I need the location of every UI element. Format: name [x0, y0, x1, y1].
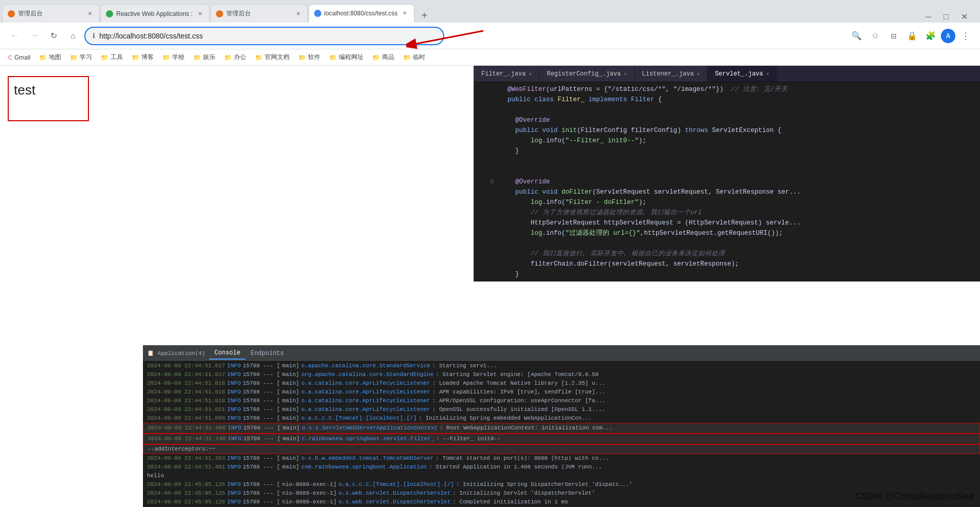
- log-pid-15: 15708 --- [: [243, 498, 280, 506]
- reload-button[interactable]: ↻: [45, 28, 62, 44]
- log-pid-3: 15708 --- [: [243, 379, 280, 388]
- bookmark-tools[interactable]: 📁 工具: [97, 52, 127, 63]
- home-button[interactable]: ⌂: [65, 28, 81, 44]
- code-line-18: filterChain.doFilter(servletRequest, ser…: [474, 259, 980, 269]
- code-1: @WebFilter(urlPatterns = {"/static/css/*…: [500, 84, 788, 95]
- log-class-13: o.a.c.c.C.[Tomcat].[localhost].[/]: [338, 480, 453, 489]
- editor-tab-registerconfig[interactable]: RegisterConfig_.java ✕: [539, 66, 634, 82]
- search-icon-btn[interactable]: 🔍: [848, 28, 865, 44]
- new-tab-button[interactable]: +: [417, 8, 431, 23]
- forward-button[interactable]: →: [26, 28, 42, 44]
- tab-title-2: Reactive Web Applications :: [116, 10, 193, 17]
- bookmark-coding-label: 编程网址: [339, 53, 364, 62]
- log-class-1: o.apache.catalina.core.StandardService: [301, 362, 430, 370]
- tab-close-1[interactable]: ✕: [86, 10, 94, 18]
- log-time-2: 2024-09-09 22:44:51.017: [147, 370, 225, 379]
- log-level-2: INFO: [227, 370, 241, 379]
- editor-tab-servlet[interactable]: Servlet_.java ✕: [707, 66, 777, 82]
- endpoints-tab[interactable]: Endpoints: [245, 348, 289, 359]
- log-pid-5: 15708 --- [: [243, 397, 280, 405]
- bookmark-gmail-label: Gmail: [14, 54, 30, 61]
- editor-tab-servlet-close[interactable]: ✕: [766, 71, 769, 77]
- log-thread-6: main]: [282, 405, 299, 414]
- bookmark-school-label: 学校: [172, 53, 185, 62]
- code-line-9: [474, 166, 980, 177]
- coding-icon: 📁: [329, 54, 337, 61]
- log-thread-9: main]: [283, 435, 300, 443]
- bookmark-entertainment[interactable]: 📁 娱乐: [189, 52, 220, 63]
- editor-tab-listener-close[interactable]: ✕: [697, 71, 700, 77]
- editor-tab-filter-close[interactable]: ✕: [529, 71, 532, 77]
- tab-4[interactable]: localhost:8080/css/test.css ✕: [308, 4, 415, 23]
- log-time-1: 2024-09-09 22:44:51.017: [147, 362, 225, 370]
- log-thread-13: nio-8080-exec-1]: [282, 480, 337, 489]
- code-line-4: @Override: [474, 115, 980, 125]
- editor-tab-bar: Filter_.java ✕ RegisterConfig_.java ✕ Li…: [474, 66, 980, 82]
- log-time-14: 2024-09-09 22:45:05.126: [147, 489, 225, 498]
- tab-close-3[interactable]: ✕: [294, 10, 302, 18]
- tab-close-2[interactable]: ✕: [196, 10, 204, 18]
- log-extra-interceptors: --addInterceptors:~~: [143, 444, 980, 454]
- log-level-8: INFO: [228, 424, 241, 433]
- close-button[interactable]: ✕: [957, 11, 972, 23]
- bookmark-blog[interactable]: 📁 博客: [128, 52, 158, 63]
- bookmark-goods[interactable]: 📁 商品: [368, 52, 398, 63]
- minimize-button[interactable]: ─: [921, 11, 935, 23]
- log-time-5: 2024-09-09 22:44:51.018: [147, 397, 225, 405]
- address-bar: ← → ↻ ⌂ ℹ http://localhost:8080/css/test…: [0, 23, 980, 49]
- tab-close-4[interactable]: ✕: [401, 9, 409, 17]
- log-msg-14: : Initializing Servlet 'dispatcherServle…: [452, 489, 595, 498]
- study-icon: 📁: [70, 54, 78, 61]
- log-level-1: INFO: [227, 362, 241, 370]
- bookmark-star-btn[interactable]: ☆: [867, 28, 883, 44]
- log-line-5: 2024-09-09 22:44:51.018 INFO 15708 --- […: [143, 397, 980, 405]
- bookmark-docs[interactable]: 📁 官网文档: [251, 52, 294, 63]
- bookmark-coding[interactable]: 📁 编程网址: [325, 52, 368, 63]
- console-panel: 📋 Application(4) Console Endpoints 2024-…: [143, 345, 980, 507]
- bookmark-temp[interactable]: 📁 临时: [399, 52, 429, 63]
- school-icon: 📁: [162, 54, 170, 61]
- bookmark-gmail[interactable]: C Gmail: [4, 53, 34, 62]
- tab-1[interactable]: 管理后台 ✕: [2, 4, 100, 23]
- log-line-1: 2024-09-09 22:44:51.017 INFO 15708 --- […: [143, 362, 980, 370]
- editor-tab-listener-label: Listener_.java: [642, 70, 694, 78]
- bookmark-map[interactable]: 📁 地图: [35, 52, 65, 63]
- tab-favicon-4: [314, 10, 321, 17]
- url-bar[interactable]: ℹ http://localhost:8080/css/test.css: [84, 27, 444, 45]
- profile-avatar[interactable]: A: [941, 29, 955, 43]
- browser-action-1[interactable]: 🔒: [904, 28, 920, 44]
- menu-btn[interactable]: ⋮: [957, 28, 974, 44]
- tab-2[interactable]: Reactive Web Applications : ✕: [100, 4, 210, 23]
- code-line-16: [474, 238, 980, 249]
- log-class-4: o.a.catalina.core.AprLifecycleListener: [301, 388, 430, 397]
- log-class-7: o.a.c.c.C.[Tomcat].[localhost].[/]: [301, 414, 416, 423]
- tab-search-btn[interactable]: ⊟: [885, 28, 902, 44]
- bookmark-entertainment-label: 娱乐: [203, 53, 215, 62]
- back-button[interactable]: ←: [6, 28, 23, 44]
- bookmark-study[interactable]: 📁 学习: [66, 52, 96, 63]
- code-line-14: HttpServletRequest httpServletRequest = …: [474, 218, 980, 228]
- code-7: }: [500, 146, 519, 156]
- code-line-17: // 我们直接放行, 实际开发中, 根据自己的业务来决定如何处理: [474, 249, 980, 259]
- bookmark-map-label: 地图: [49, 53, 61, 62]
- tab-3[interactable]: 管理后台 ✕: [210, 4, 308, 23]
- log-level-13: INFO: [227, 480, 241, 489]
- bookmark-software[interactable]: 📁 软件: [294, 52, 324, 63]
- console-tab[interactable]: Console: [209, 347, 245, 360]
- editor-tab-filter[interactable]: Filter_.java ✕: [474, 66, 539, 82]
- log-pid-14: 15708 --- [: [243, 489, 280, 498]
- editor-tab-listener[interactable]: Listener_.java ✕: [635, 66, 708, 82]
- bookmarks-bar: C Gmail 📁 地图 📁 学习 📁 工具 📁 博客 📁 学校 📁 娱乐 📁: [0, 49, 980, 66]
- log-thread-7: main]: [282, 414, 299, 423]
- code-line-11: public void doFilter(ServletRequest serv…: [474, 187, 980, 197]
- tab-favicon-1: [8, 10, 15, 17]
- bookmark-office[interactable]: 📁 办公: [220, 52, 250, 63]
- editor-tab-registerconfig-close[interactable]: ✕: [624, 71, 627, 77]
- maximize-button[interactable]: □: [939, 11, 953, 23]
- temp-icon: 📁: [403, 54, 411, 61]
- extensions-btn[interactable]: 🧩: [922, 28, 939, 44]
- code-18: filterChain.doFilter(servletRequest, ser…: [500, 259, 739, 269]
- log-msg-1: : Starting servi...: [432, 362, 497, 370]
- bookmark-school[interactable]: 📁 学校: [158, 52, 189, 63]
- code-line-19: }: [474, 269, 980, 279]
